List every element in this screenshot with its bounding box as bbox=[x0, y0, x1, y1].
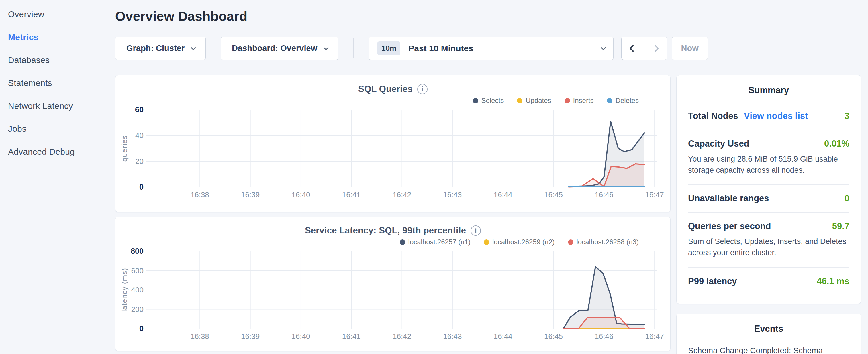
svg-text:16:39: 16:39 bbox=[241, 332, 260, 341]
main-content: Overview Dashboard Graph: Cluster Dashbo… bbox=[109, 0, 868, 354]
sidebar-item-network-latency[interactable]: Network Latency bbox=[8, 95, 109, 118]
events-heading: Events bbox=[688, 324, 849, 334]
svg-text:16:41: 16:41 bbox=[342, 332, 361, 341]
svg-text:600: 600 bbox=[131, 266, 144, 275]
summary-label: Queries per second bbox=[688, 221, 771, 231]
summary-row-queries-per-second: Queries per second 59.7 Sum of Selects, … bbox=[688, 213, 849, 267]
graph-scope-dropdown[interactable]: Graph: Cluster bbox=[115, 37, 206, 60]
dashboard-content: SQL Queries i SelectsUpdatesInsertsDelet… bbox=[115, 75, 861, 354]
svg-text:latency (ms): latency (ms) bbox=[120, 268, 129, 312]
sidebar-item-overview[interactable]: Overview bbox=[8, 3, 109, 26]
summary-label: Unavailable ranges bbox=[688, 193, 769, 204]
info-icon[interactable]: i bbox=[417, 84, 428, 94]
legend-label: Selects bbox=[482, 97, 504, 104]
legend-label: Deletes bbox=[616, 97, 639, 104]
dashboard-label: Dashboard: Overview bbox=[232, 43, 317, 53]
time-range-selector[interactable]: 10m Past 10 Minutes bbox=[369, 37, 614, 60]
svg-text:16:47: 16:47 bbox=[645, 332, 664, 341]
svg-text:16:44: 16:44 bbox=[494, 190, 513, 199]
sql-queries-legend: SelectsUpdatesInsertsDeletes bbox=[116, 95, 670, 106]
legend-dot-icon bbox=[473, 98, 478, 103]
summary-value: 3 bbox=[844, 111, 849, 121]
svg-text:0: 0 bbox=[139, 324, 144, 333]
legend-item[interactable]: localhost:26257 (n1) bbox=[400, 238, 470, 246]
svg-text:16:44: 16:44 bbox=[494, 332, 513, 341]
svg-text:16:38: 16:38 bbox=[191, 332, 209, 341]
chevron-down-icon bbox=[601, 45, 606, 50]
svg-text:16:41: 16:41 bbox=[342, 190, 361, 199]
right-column: Summary Total Nodes View nodes list 3 C bbox=[676, 75, 861, 354]
legend-label: localhost:26257 (n1) bbox=[408, 238, 470, 246]
svg-text:16:46: 16:46 bbox=[595, 190, 613, 199]
summary-value: 59.7 bbox=[832, 221, 849, 231]
summary-description: Sum of Selects, Updates, Inserts, and De… bbox=[688, 236, 849, 258]
legend-dot-icon bbox=[517, 98, 522, 103]
controls-bar: Graph: Cluster Dashboard: Overview 10m P… bbox=[115, 37, 861, 60]
legend-dot-icon bbox=[564, 98, 570, 103]
summary-description: You are using 28.6 MiB of 515.9 GiB usab… bbox=[688, 154, 849, 176]
sidebar: Overview Metrics Databases Statements Ne… bbox=[0, 0, 109, 354]
sidebar-item-databases[interactable]: Databases bbox=[8, 49, 109, 72]
service-latency-legend: localhost:26257 (n1)localhost:26259 (n2)… bbox=[116, 237, 670, 247]
view-nodes-list-link[interactable]: View nodes list bbox=[744, 111, 808, 121]
time-range-label: Past 10 Minutes bbox=[408, 43, 601, 53]
time-forward-button[interactable] bbox=[644, 37, 667, 60]
summary-label: P99 latency bbox=[688, 276, 737, 286]
legend-label: Inserts bbox=[573, 97, 594, 104]
app-root: Overview Metrics Databases Statements Ne… bbox=[0, 0, 868, 354]
sql-queries-chart[interactable]: 16:3816:3916:4016:4116:4216:4316:4416:45… bbox=[116, 106, 670, 201]
service-latency-chart-card: Service Latency: SQL, 99th percentile i … bbox=[115, 217, 671, 351]
graph-scope-label: Graph: Cluster bbox=[126, 43, 185, 53]
event-message: Schema Change Completed: Schema change w… bbox=[688, 344, 849, 354]
time-range-badge: 10m bbox=[377, 41, 400, 55]
events-panel: Events Schema Change Completed: Schema c… bbox=[676, 314, 861, 354]
svg-text:16:43: 16:43 bbox=[443, 332, 462, 341]
summary-row-p99-latency: P99 latency 46.1 ms bbox=[688, 267, 849, 295]
svg-text:16:39: 16:39 bbox=[241, 190, 260, 199]
svg-text:0: 0 bbox=[139, 183, 144, 191]
svg-text:16:43: 16:43 bbox=[443, 190, 462, 199]
sidebar-item-jobs[interactable]: Jobs bbox=[8, 118, 109, 140]
summary-value: 46.1 ms bbox=[817, 276, 849, 286]
summary-heading: Summary bbox=[688, 85, 849, 95]
legend-dot-icon bbox=[484, 239, 489, 245]
legend-item[interactable]: Inserts bbox=[564, 97, 594, 104]
legend-dot-icon bbox=[400, 239, 405, 245]
event-item[interactable]: Schema Change Completed: Schema change w… bbox=[688, 344, 849, 354]
info-icon[interactable]: i bbox=[470, 225, 481, 236]
legend-item[interactable]: Updates bbox=[517, 97, 551, 104]
legend-label: localhost:26258 (n3) bbox=[577, 238, 639, 246]
chevron-down-icon bbox=[191, 45, 196, 50]
sidebar-item-metrics[interactable]: Metrics bbox=[8, 26, 109, 49]
summary-row-unavailable-ranges: Unavailable ranges 0 bbox=[688, 185, 849, 213]
page-title: Overview Dashboard bbox=[115, 9, 861, 24]
legend-item[interactable]: Deletes bbox=[607, 97, 639, 104]
summary-label: Total Nodes bbox=[688, 111, 738, 121]
legend-item[interactable]: localhost:26258 (n3) bbox=[568, 238, 639, 246]
charts-column: SQL Queries i SelectsUpdatesInsertsDelet… bbox=[115, 75, 671, 354]
svg-text:400: 400 bbox=[131, 286, 144, 294]
svg-text:16:42: 16:42 bbox=[393, 190, 411, 199]
service-latency-chart[interactable]: 16:3816:3916:4016:4116:4216:4316:4416:45… bbox=[116, 248, 670, 342]
time-back-button[interactable] bbox=[622, 37, 644, 60]
svg-text:16:45: 16:45 bbox=[544, 190, 563, 199]
summary-rows: Total Nodes View nodes list 3 Capacity U… bbox=[688, 102, 849, 295]
sidebar-item-statements[interactable]: Statements bbox=[8, 72, 109, 95]
legend-label: Updates bbox=[526, 97, 551, 104]
chart-title: Service Latency: SQL, 99th percentile bbox=[305, 225, 466, 236]
now-button[interactable]: Now bbox=[672, 37, 708, 60]
chart-title: SQL Queries bbox=[358, 84, 412, 94]
summary-panel: Summary Total Nodes View nodes list 3 C bbox=[676, 75, 861, 304]
svg-text:16:46: 16:46 bbox=[595, 332, 613, 341]
summary-value: 0.01% bbox=[824, 139, 849, 149]
dashboard-dropdown[interactable]: Dashboard: Overview bbox=[221, 37, 338, 60]
sidebar-item-advanced-debug[interactable]: Advanced Debug bbox=[8, 140, 109, 163]
svg-text:40: 40 bbox=[135, 131, 144, 140]
legend-item[interactable]: localhost:26259 (n2) bbox=[484, 238, 555, 246]
legend-item[interactable]: Selects bbox=[473, 97, 504, 104]
svg-text:16:40: 16:40 bbox=[291, 332, 310, 341]
legend-label: localhost:26259 (n2) bbox=[492, 238, 555, 246]
svg-text:16:47: 16:47 bbox=[645, 190, 664, 199]
svg-text:16:42: 16:42 bbox=[393, 332, 411, 341]
legend-dot-icon bbox=[607, 98, 612, 103]
